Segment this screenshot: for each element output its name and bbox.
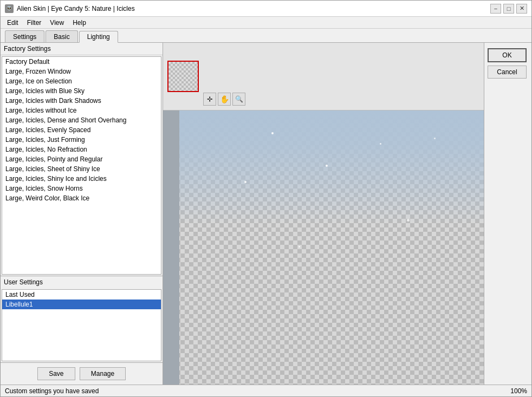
- preview-canvas: [163, 110, 484, 385]
- list-item[interactable]: Large, Frozen Window: [2, 67, 161, 76]
- ok-button[interactable]: OK: [488, 48, 527, 62]
- tab-basic[interactable]: Basic: [46, 30, 77, 42]
- list-item[interactable]: Large, Icicles, Sheet of Shiny Ice: [2, 164, 161, 174]
- window-controls: − □ ✕: [490, 4, 527, 14]
- right-area: ⊹ ✋ 🔍: [163, 43, 531, 385]
- tab-settings[interactable]: Settings: [5, 30, 44, 42]
- snow-particle: [326, 165, 328, 167]
- icicle-effect-overlay: [179, 110, 484, 224]
- status-message: Custom settings you have saved: [5, 387, 99, 395]
- status-bar: Custom settings you have saved 100%: [1, 385, 531, 396]
- preview-thumbnail: [167, 61, 199, 92]
- menu-bar: Edit Filter View Help: [1, 17, 531, 29]
- list-item[interactable]: Factory Default: [2, 57, 161, 67]
- list-item[interactable]: Large, Icicles, Pointy and Regular: [2, 154, 161, 164]
- main-window: 👽 Alien Skin | Eye Candy 5: Nature | Ici…: [0, 0, 532, 397]
- list-item[interactable]: Large, Icicles, Shiny Ice and Icicles: [2, 174, 161, 184]
- ok-cancel-panel: OK Cancel: [484, 43, 531, 385]
- snow-particle: [380, 143, 381, 145]
- tab-bar: Settings Basic Lighting: [1, 29, 531, 43]
- factory-settings-header: Factory Settings: [1, 43, 163, 55]
- minimize-button[interactable]: −: [490, 4, 501, 14]
- list-item[interactable]: Large, Weird Color, Black Ice: [2, 193, 161, 203]
- window-title: Alien Skin | Eye Candy 5: Nature | Icicl…: [17, 5, 135, 12]
- snow-particle: [407, 219, 410, 222]
- snow-particle: [271, 132, 274, 134]
- cancel-button[interactable]: Cancel: [488, 66, 527, 79]
- tab-lighting[interactable]: Lighting: [79, 31, 118, 43]
- user-settings-section: User Settings Last Used Libellule1: [1, 276, 163, 363]
- list-item[interactable]: Large, Icicles without Ice: [2, 106, 161, 115]
- list-item[interactable]: Large, Icicles with Dark Shadows: [2, 96, 161, 106]
- user-settings-header: User Settings: [1, 276, 163, 288]
- list-item[interactable]: Large, Icicles, Snow Horns: [2, 184, 161, 193]
- list-item[interactable]: Large, Icicles, Evenly Spaced: [2, 125, 161, 135]
- user-selected-item[interactable]: Libellule1: [2, 300, 161, 309]
- zoom-tool-button[interactable]: 🔍: [232, 93, 245, 106]
- user-settings-list[interactable]: Last Used Libellule1: [2, 289, 161, 361]
- hand-tool-button[interactable]: ✋: [218, 93, 231, 106]
- list-item[interactable]: Large, Icicles with Blue Sky: [2, 86, 161, 96]
- manage-button[interactable]: Manage: [80, 367, 126, 380]
- factory-settings-list[interactable]: Factory Default Large, Frozen Window Lar…: [2, 56, 161, 275]
- list-item[interactable]: Large, Ice on Selection: [2, 76, 161, 86]
- close-button[interactable]: ✕: [516, 4, 527, 14]
- content-area: Factory Settings Factory Default Large, …: [1, 43, 531, 385]
- save-button[interactable]: Save: [37, 367, 75, 380]
- maximize-button[interactable]: □: [503, 4, 514, 14]
- app-icon: 👽: [5, 4, 14, 13]
- snow-particle: [299, 246, 300, 248]
- list-item[interactable]: Large, Icicles, No Refraction: [2, 145, 161, 154]
- last-used-label: Last Used: [2, 290, 161, 300]
- zoom-level: 100%: [510, 387, 527, 395]
- menu-filter[interactable]: Filter: [23, 18, 46, 28]
- preview-area: ⊹ ✋ 🔍: [163, 43, 484, 385]
- left-panel: Factory Settings Factory Default Large, …: [1, 43, 163, 385]
- menu-help[interactable]: Help: [68, 18, 90, 28]
- cursor-tool-button[interactable]: ⊹: [203, 93, 216, 106]
- snow-particle: [244, 181, 246, 183]
- list-item[interactable]: Large, Icicles, Dense and Short Overhang: [2, 115, 161, 125]
- snow-particle: [434, 138, 436, 139]
- list-item[interactable]: Large, Icicles, Just Forming: [2, 135, 161, 145]
- menu-edit[interactable]: Edit: [3, 18, 23, 28]
- title-bar: 👽 Alien Skin | Eye Candy 5: Nature | Ici…: [1, 1, 531, 17]
- bottom-buttons: Save Manage: [1, 363, 163, 385]
- left-border-bar: [163, 110, 179, 385]
- factory-settings-section: Factory Settings Factory Default Large, …: [1, 43, 163, 276]
- menu-view[interactable]: View: [46, 18, 68, 28]
